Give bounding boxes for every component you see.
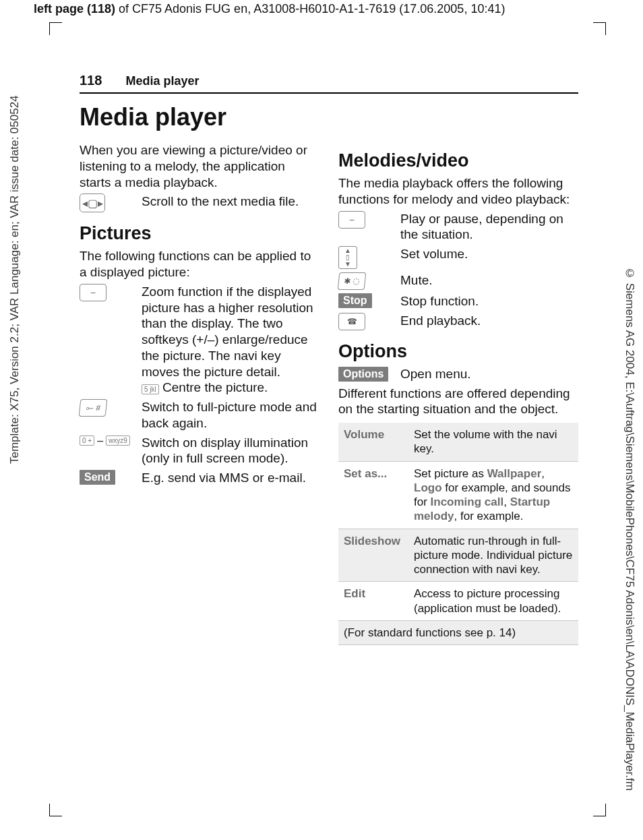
end-text: End playback. xyxy=(400,313,578,329)
page-body: 118 Media player Media player When you a… xyxy=(80,73,578,645)
page-title: Media player xyxy=(80,103,578,131)
options-softkey: Options xyxy=(338,367,388,382)
volume-key-icon: ▲▯▼ xyxy=(338,246,357,269)
stop-softkey: Stop xyxy=(338,293,372,308)
page-number: 118 xyxy=(80,73,102,88)
row-slideshow: Slideshow Automatic run-through in full-… xyxy=(338,529,578,582)
end-key-icon: ☎ xyxy=(338,313,365,330)
zoom-desc: Zoom function if the displayed picture h… xyxy=(142,284,319,396)
play-text: Play or pause, depending on the situatio… xyxy=(400,211,578,243)
row-setas: Set as... Set picture as Wallpaper, Logo… xyxy=(338,461,578,529)
crop-mark xyxy=(49,22,62,35)
page-header: left page (118) of CF75 Adonis FUG en, A… xyxy=(34,2,505,16)
stop-text: Stop function. xyxy=(400,293,578,309)
pictures-heading: Pictures xyxy=(80,223,319,244)
melodies-heading: Melodies/video xyxy=(338,150,578,171)
pictures-intro: The following functions can be applied t… xyxy=(80,248,319,280)
left-column: When you are viewing a picture/video or … xyxy=(80,140,319,645)
hash-key-icon: ⟜ # xyxy=(79,399,108,417)
intro-text: When you are viewing a picture/video or … xyxy=(80,142,319,190)
running-head: 118 Media player xyxy=(80,73,578,94)
crop-mark xyxy=(593,22,606,35)
template-note: Template: X75, Version 2.2; VAR Language… xyxy=(8,26,22,464)
open-menu-text: Open menu. xyxy=(400,366,578,382)
right-column: Melodies/video The media playback offers… xyxy=(338,140,578,645)
crop-mark xyxy=(593,804,606,816)
key-9-icon: wxyz9 xyxy=(106,436,130,446)
key-0-icon: 0 + xyxy=(80,436,94,446)
dash: – xyxy=(97,435,103,447)
key-5-icon: 5 jkl xyxy=(142,384,159,394)
nav-scroll-row: ◂▢▸ Scroll to the next media file. xyxy=(80,193,319,212)
centre-text: Centre the picture. xyxy=(162,380,268,394)
row-volume: Volume Set the volume with the navi key. xyxy=(338,423,578,461)
crop-mark xyxy=(49,804,62,816)
star-key-icon: ✱ ◌ xyxy=(338,272,367,290)
options-heading: Options xyxy=(338,341,578,362)
row-footnote: (For standard functions see p. 14) xyxy=(338,620,578,644)
options-table: Volume Set the volume with the navi key.… xyxy=(338,423,578,645)
scroll-text: Scroll to the next media file. xyxy=(142,193,319,210)
mute-text: Mute. xyxy=(400,272,578,289)
fullpic-text: Switch to full-picture mode and back aga… xyxy=(142,399,319,431)
navi-key-icon: ◂▢▸ xyxy=(80,193,105,212)
header-left: left page (118) xyxy=(34,2,115,16)
send-text: E.g. send via MMS or e-mail. xyxy=(142,470,319,486)
section-name: Media player xyxy=(125,74,199,88)
illum-text: Switch on display illumination (only in … xyxy=(142,435,319,467)
vol-text: Set volume. xyxy=(400,246,578,262)
header-doc: of CF75 Adonis FUG en, A31008-H6010-A1-1… xyxy=(115,2,505,16)
softkey-minus-icon: – xyxy=(80,284,106,301)
send-softkey: Send xyxy=(80,470,115,485)
melodies-intro: The media playback offers the following … xyxy=(338,175,578,208)
options-intro: Different functions are offered dependin… xyxy=(338,386,578,418)
softkey-minus-icon: – xyxy=(338,211,365,229)
row-edit: Edit Access to picture processing (appli… xyxy=(338,582,578,621)
copyright-note: © Siemens AG 2004, E:\Auftrag\Siemens\Mo… xyxy=(623,267,636,806)
